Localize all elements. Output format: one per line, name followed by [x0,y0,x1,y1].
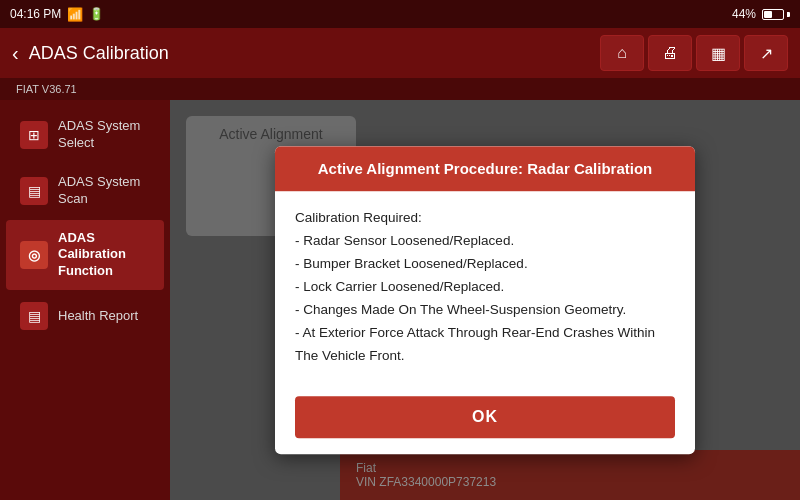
sidebar-item-adas-system-scan-label: ADAS System Scan [58,174,150,208]
dialog-body-text: Calibration Required:- Radar Sensor Loos… [295,210,655,363]
content-area: Active Alignment Active Alignment Proced… [170,100,800,500]
sidebar-item-adas-calibration-function-label: ADAS Calibration Function [58,230,150,281]
export-button[interactable]: ↗ [744,35,788,71]
print-button[interactable]: 🖨 [648,35,692,71]
health-report-icon: ▤ [20,302,48,330]
grid-button[interactable]: ▦ [696,35,740,71]
status-right: 44% [732,7,790,21]
sidebar-item-adas-system-select-label: ADAS System Select [58,118,150,152]
sidebar-item-adas-system-scan[interactable]: ▤ ADAS System Scan [6,164,164,218]
status-left: 04:16 PM 📶 🔋 [10,7,104,22]
dialog-header: Active Alignment Procedure: Radar Calibr… [275,146,695,191]
ok-button[interactable]: OK [295,396,675,438]
dialog-footer: OK [275,384,695,454]
dialog-body: Calibration Required:- Radar Sensor Loos… [275,191,695,384]
nav-icons: ⌂ 🖨 ▦ ↗ [600,35,788,71]
sim-icon: 🔋 [89,7,104,21]
status-bar: 04:16 PM 📶 🔋 44% [0,0,800,28]
back-button[interactable]: ‹ [12,42,19,65]
home-button[interactable]: ⌂ [600,35,644,71]
sidebar: ⊞ ADAS System Select ▤ ADAS System Scan … [0,100,170,500]
battery-icon [762,9,790,20]
page-title: ADAS Calibration [29,43,169,64]
sidebar-item-health-report[interactable]: ▤ Health Report [6,292,164,340]
version-bar: FIAT V36.71 [0,78,800,100]
sidebar-item-adas-calibration-function[interactable]: ◎ ADAS Calibration Function [6,220,164,291]
version-label: FIAT V36.71 [16,83,77,95]
wifi-icon: 📶 [67,7,83,22]
adas-calibration-function-icon: ◎ [20,241,48,269]
time-display: 04:16 PM [10,7,61,21]
nav-left: ‹ ADAS Calibration [12,42,169,65]
main-layout: ⊞ ADAS System Select ▤ ADAS System Scan … [0,100,800,500]
adas-system-scan-icon: ▤ [20,177,48,205]
battery-percent: 44% [732,7,756,21]
adas-system-select-icon: ⊞ [20,121,48,149]
top-nav: ‹ ADAS Calibration ⌂ 🖨 ▦ ↗ [0,28,800,78]
sidebar-item-health-report-label: Health Report [58,308,138,325]
dialog: Active Alignment Procedure: Radar Calibr… [275,146,695,454]
dialog-title: Active Alignment Procedure: Radar Calibr… [318,160,653,177]
sidebar-item-adas-system-select[interactable]: ⊞ ADAS System Select [6,108,164,162]
